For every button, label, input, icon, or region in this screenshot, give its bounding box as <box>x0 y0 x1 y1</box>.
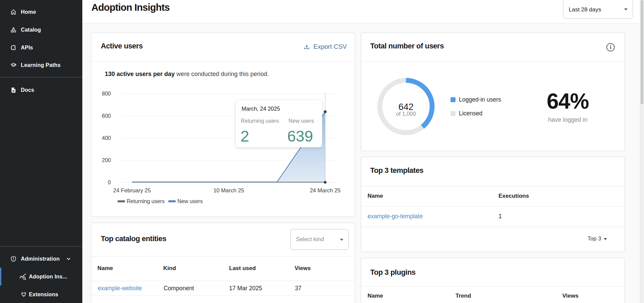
svg-text:24 February 25: 24 February 25 <box>113 187 151 193</box>
svg-text:200: 200 <box>102 157 111 163</box>
svg-text:0: 0 <box>108 180 111 185</box>
svg-text:800: 800 <box>102 91 111 97</box>
svg-text:400: 400 <box>102 135 111 141</box>
svg-text:10 March 25: 10 March 25 <box>213 187 244 193</box>
svg-text:of 1,000: of 1,000 <box>396 111 416 117</box>
svg-text:24 March 25: 24 March 25 <box>310 187 341 193</box>
svg-text:600: 600 <box>102 113 111 119</box>
